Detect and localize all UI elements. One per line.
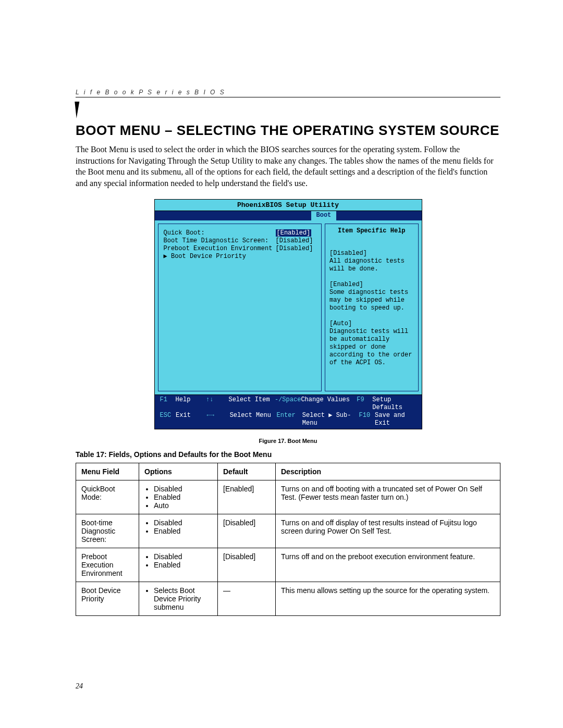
th-menu-field: Menu Field — [76, 463, 139, 480]
cell-description: This menu allows setting up the source f… — [276, 582, 500, 616]
cell-options: DisabledEnabled — [139, 548, 218, 582]
spec-table: Menu Field Options Default Description Q… — [76, 463, 500, 616]
option-bullet: Enabled — [154, 527, 212, 535]
table-row: QuickBoot Mode:DisabledEnabledAuto[Enabl… — [76, 480, 500, 514]
page-title: BOOT MENU – SELECTING THE OPERATING SYST… — [76, 122, 500, 139]
bios-key-label: Select ▶ Sub-Menu — [302, 412, 359, 427]
option-bullet: Selects Boot Device Priority submenu — [154, 586, 212, 611]
th-default: Default — [218, 463, 276, 480]
table-row: Boot Device PrioritySelects Boot Device … — [76, 582, 500, 616]
bios-key: F9 — [357, 396, 372, 412]
header-wedge-icon — [76, 102, 500, 119]
bios-setting-label: Preboot Execution Environment — [164, 245, 276, 253]
option-bullet: Enabled — [154, 493, 212, 501]
bios-help-title: Item Specific Help — [329, 227, 414, 235]
bios-setting-value: [Enabled] — [276, 229, 315, 237]
bios-key: ↑↓ — [206, 396, 228, 412]
bios-footer-line: F1 Help ↑↓ Select Item -/Space Change Va… — [160, 396, 417, 412]
bios-key: F10 — [359, 412, 375, 427]
table-title: Table 17: Fields, Options and Defaults f… — [76, 450, 500, 459]
cell-menu-field: Boot-time Diagnostic Screen: — [76, 514, 139, 548]
document-page: L i f e B o o k P S e r i e s B I O S BO… — [0, 0, 563, 728]
cell-default: — — [218, 582, 276, 616]
bios-setting-row: ▶ Boot Device Priority — [164, 253, 317, 261]
table-row: Boot-time Diagnostic Screen:DisabledEnab… — [76, 514, 500, 548]
cell-menu-field: Preboot Execution Environment — [76, 548, 139, 582]
table-row: Preboot Execution EnvironmentDisabledEna… — [76, 548, 500, 582]
bios-setting-row: Preboot Execution Environment[Disabled] — [164, 245, 317, 253]
bios-key-label: Save and Exit — [375, 412, 416, 427]
bios-setting-row: Quick Boot:[Enabled] — [164, 229, 317, 237]
bios-key: F1 — [160, 396, 176, 412]
cell-menu-field: Boot Device Priority — [76, 582, 139, 616]
option-bullet: Disabled — [154, 485, 212, 493]
bios-setting-label: Boot Time Diagnostic Screen: — [164, 237, 276, 245]
cell-options: Selects Boot Device Priority submenu — [139, 582, 218, 616]
option-bullet: Disabled — [154, 519, 212, 527]
running-header: L i f e B o o k P S e r i e s B I O S — [76, 89, 500, 96]
intro-paragraph: The Boot Menu is used to select the orde… — [76, 144, 500, 189]
bios-footer-line: ESC Exit ←→ Select Menu Enter Select ▶ S… — [160, 412, 417, 427]
bios-settings-pane: Quick Boot:[Enabled]Boot Time Diagnostic… — [158, 224, 322, 391]
bios-key: Enter — [277, 412, 302, 427]
bios-key: ESC — [160, 412, 176, 427]
th-options: Options — [139, 463, 218, 480]
figure-caption: Figure 17. Boot Menu — [76, 438, 500, 444]
bios-setting-value: [Disabled] — [276, 237, 315, 245]
bios-menu-bar: Boot — [155, 211, 422, 220]
page-number: 24 — [76, 682, 83, 690]
bios-setting-row: Boot Time Diagnostic Screen:[Disabled] — [164, 237, 317, 245]
bios-setting-label: Quick Boot: — [164, 229, 276, 237]
cell-options: DisabledEnabled — [139, 514, 218, 548]
bios-key: -/Space — [275, 396, 301, 412]
bios-key-label: Help — [176, 396, 206, 412]
bios-key: ←→ — [206, 412, 229, 427]
option-bullet: Enabled — [154, 561, 212, 569]
bios-key-label: Change Values — [301, 396, 357, 412]
bios-help-body: [Disabled] All diagnostic tests will be … — [329, 250, 414, 367]
bios-key-label: Setup Defaults — [372, 396, 416, 412]
cell-options: DisabledEnabledAuto — [139, 480, 218, 514]
cell-description: Turns on and off booting with a truncate… — [276, 480, 500, 514]
bios-body: Quick Boot:[Enabled]Boot Time Diagnostic… — [155, 220, 422, 394]
bios-setting-value — [276, 253, 315, 261]
option-bullet: Auto — [154, 501, 212, 510]
bios-utility-title: PhoenixBIOS Setup Utility — [155, 200, 422, 211]
cell-menu-field: QuickBoot Mode: — [76, 480, 139, 514]
cell-description: Turns off and on the preboot execution e… — [276, 548, 500, 582]
bios-help-pane: Item Specific Help [Disabled] All diagno… — [325, 224, 419, 391]
cell-default: [Disabled] — [218, 548, 276, 582]
cell-default: [Enabled] — [218, 480, 276, 514]
bios-screenshot: PhoenixBIOS Setup Utility Boot Quick Boo… — [154, 199, 422, 429]
cell-default: [Disabled] — [218, 514, 276, 548]
bios-key-label: Select Item — [228, 396, 275, 412]
bios-setting-label: ▶ Boot Device Priority — [164, 253, 276, 261]
bios-setting-value: [Disabled] — [276, 245, 315, 253]
bios-footer: F1 Help ↑↓ Select Item -/Space Change Va… — [155, 394, 422, 429]
table-header-row: Menu Field Options Default Description — [76, 463, 500, 480]
cell-description: Turns on and off display of test results… — [276, 514, 500, 548]
header-rule — [76, 97, 500, 97]
bios-key-label: Exit — [176, 412, 206, 427]
bios-key-label: Select Menu — [230, 412, 277, 427]
th-description: Description — [276, 463, 500, 480]
bios-active-tab: Boot — [311, 211, 337, 220]
option-bullet: Disabled — [154, 552, 212, 561]
